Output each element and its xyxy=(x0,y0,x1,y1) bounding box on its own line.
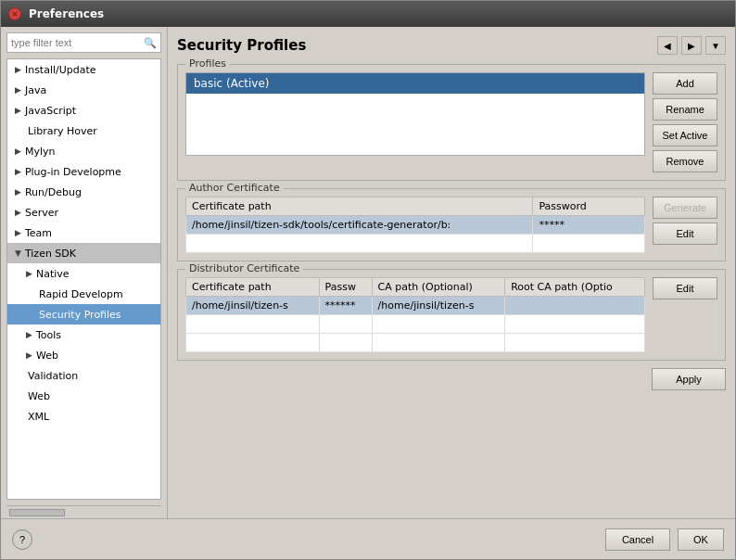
sidebar-item-tools[interactable]: ▶Tools xyxy=(7,325,160,345)
remove-button[interactable]: Remove xyxy=(653,150,717,172)
apply-button[interactable]: Apply xyxy=(652,368,726,390)
distributor-edit-button[interactable]: Edit xyxy=(653,277,717,299)
dropdown-button[interactable]: ▼ xyxy=(705,36,726,55)
sidebar-label-tizen-sdk: Tizen SDK xyxy=(25,248,76,260)
forward-button[interactable]: ▶ xyxy=(681,36,702,55)
profiles-buttons: Add Rename Set Active Remove xyxy=(653,72,717,172)
sidebar-label-tools: Tools xyxy=(36,329,61,341)
author-cert-section: Author Certificate Certificate path Pass… xyxy=(177,188,726,261)
sidebar-label-web-top: Web xyxy=(28,390,50,402)
sidebar-item-web-top[interactable]: Web xyxy=(7,386,160,406)
sidebar-item-mylyn[interactable]: ▶Mylyn xyxy=(7,141,160,161)
dist-cert-ca-cell: /home/jinsil/tizen-s xyxy=(372,297,505,315)
distributor-cert-content: Certificate path Passw CA path (Optional… xyxy=(185,277,717,352)
filter-input[interactable] xyxy=(11,37,144,48)
dist-cert-path-header: Certificate path xyxy=(186,278,320,297)
sidebar-item-team[interactable]: ▶Team xyxy=(7,223,160,243)
distributor-cert-row[interactable]: /home/jinsil/tizen-s ****** /home/jinsil… xyxy=(186,297,645,315)
tree-arrow-team: ▶ xyxy=(15,228,21,237)
sidebar: 🔍 ▶Install/Update▶Java▶JavaScriptLibrary… xyxy=(1,27,168,518)
distributor-cert-buttons: Edit xyxy=(653,277,717,299)
sidebar-item-security-profiles[interactable]: Security Profiles xyxy=(7,304,160,325)
tree-arrow-web: ▶ xyxy=(26,350,32,360)
sidebar-label-server: Server xyxy=(25,207,58,219)
profiles-list[interactable]: basic (Active) xyxy=(185,72,645,156)
dialog-footer: ? Cancel OK xyxy=(1,518,735,559)
sidebar-label-run-debug: Run/Debug xyxy=(25,186,82,198)
author-cert-table: Certificate path Password /home/jinsil/t… xyxy=(185,197,645,253)
sidebar-label-web: Web xyxy=(36,350,58,362)
sidebar-label-mylyn: Mylyn xyxy=(25,146,56,158)
author-cert-path-cell: /home/jinsil/tizen-sdk/tools/certificate… xyxy=(186,216,533,235)
sidebar-label-javascript: JavaScript xyxy=(25,105,76,117)
dist-cert-rootca-cell xyxy=(505,297,645,315)
sidebar-item-install-update[interactable]: ▶Install/Update xyxy=(7,59,160,80)
rename-button[interactable]: Rename xyxy=(653,98,717,121)
author-cert-content: Certificate path Password /home/jinsil/t… xyxy=(185,197,717,253)
sidebar-item-server[interactable]: ▶Server xyxy=(7,202,160,223)
dist-cert-empty-row-1 xyxy=(186,315,645,334)
sidebar-item-java[interactable]: ▶Java xyxy=(7,80,160,100)
footer-right-buttons: Cancel OK xyxy=(605,528,724,551)
content-header: Security Profiles ◀ ▶ ▼ xyxy=(177,36,726,55)
tree-arrow-javascript: ▶ xyxy=(15,106,21,115)
distributor-cert-table-container: Certificate path Passw CA path (Optional… xyxy=(185,277,645,352)
sidebar-item-validation[interactable]: Validation xyxy=(7,365,160,386)
sidebar-item-plug-in-dev[interactable]: ▶Plug-in Developme xyxy=(7,161,160,182)
sidebar-label-java: Java xyxy=(25,84,46,96)
author-cert-row[interactable]: /home/jinsil/tizen-sdk/tools/certificate… xyxy=(186,216,645,235)
author-cert-path-header: Certificate path xyxy=(186,197,533,216)
sidebar-item-javascript[interactable]: ▶JavaScript xyxy=(7,100,160,121)
dist-cert-pass-cell: ****** xyxy=(319,297,372,315)
help-button[interactable]: ? xyxy=(12,529,32,550)
author-edit-button[interactable]: Edit xyxy=(653,223,717,245)
sidebar-label-xml: XML xyxy=(28,411,49,423)
tree-arrow-run-debug: ▶ xyxy=(15,187,21,197)
sidebar-label-native: Native xyxy=(36,268,70,280)
dist-cert-path-cell: /home/jinsil/tizen-s xyxy=(186,297,320,315)
tree-arrow-tizen-sdk: ▼ xyxy=(15,248,21,258)
dist-cert-empty-row-2 xyxy=(186,334,645,352)
author-cert-label: Author Certificate xyxy=(185,182,284,194)
page-title: Security Profiles xyxy=(177,37,306,54)
tree-arrow-plug-in-dev: ▶ xyxy=(15,167,21,176)
author-cert-password-header: Password xyxy=(533,197,645,216)
sidebar-item-native[interactable]: ▶Native xyxy=(7,263,160,284)
horizontal-scrollbar[interactable] xyxy=(6,505,161,518)
sidebar-item-tizen-sdk[interactable]: ▼Tizen SDK xyxy=(7,243,160,263)
preferences-dialog: × Preferences 🔍 ▶Install/Update▶Java▶Jav… xyxy=(0,0,736,560)
distributor-cert-label: Distributor Certificate xyxy=(185,262,303,274)
distributor-cert-section: Distributor Certificate Certificate path… xyxy=(177,269,726,361)
dist-cert-ca-header: CA path (Optional) xyxy=(372,278,505,297)
sidebar-item-xml[interactable]: XML xyxy=(7,406,160,426)
author-cert-table-container: Certificate path Password /home/jinsil/t… xyxy=(185,197,645,253)
title-bar: × Preferences xyxy=(1,1,735,27)
filter-box[interactable]: 🔍 xyxy=(6,32,161,53)
profile-item-basic[interactable]: basic (Active) xyxy=(186,73,644,94)
tree-arrow-tools: ▶ xyxy=(26,330,32,339)
apply-area: Apply xyxy=(177,368,726,390)
close-button[interactable]: × xyxy=(8,7,21,20)
author-cert-empty-row xyxy=(186,235,645,253)
author-cert-buttons: Generate Edit xyxy=(653,197,717,245)
dist-cert-pass-header: Passw xyxy=(319,278,372,297)
main-content: Security Profiles ◀ ▶ ▼ Profiles basic (… xyxy=(168,27,735,518)
cancel-button[interactable]: Cancel xyxy=(605,528,670,551)
ok-button[interactable]: OK xyxy=(678,528,724,551)
window-title: Preferences xyxy=(29,7,104,20)
filter-clear-icon[interactable]: 🔍 xyxy=(144,37,157,49)
sidebar-item-run-debug[interactable]: ▶Run/Debug xyxy=(7,182,160,202)
sidebar-item-library-hover[interactable]: Library Hover xyxy=(7,121,160,141)
add-button[interactable]: Add xyxy=(653,72,717,95)
sidebar-label-team: Team xyxy=(25,227,52,239)
tree-arrow-java: ▶ xyxy=(15,85,21,95)
sidebar-label-library-hover: Library Hover xyxy=(28,125,97,137)
dialog-body: 🔍 ▶Install/Update▶Java▶JavaScriptLibrary… xyxy=(1,27,735,518)
sidebar-item-web[interactable]: ▶Web xyxy=(7,345,160,365)
back-button[interactable]: ◀ xyxy=(657,36,678,55)
generate-button[interactable]: Generate xyxy=(653,197,717,219)
sidebar-label-validation: Validation xyxy=(28,370,78,382)
sidebar-label-security-profiles: Security Profiles xyxy=(39,309,121,321)
set-active-button[interactable]: Set Active xyxy=(653,124,717,146)
sidebar-item-rapid-dev[interactable]: Rapid Developm xyxy=(7,284,160,304)
